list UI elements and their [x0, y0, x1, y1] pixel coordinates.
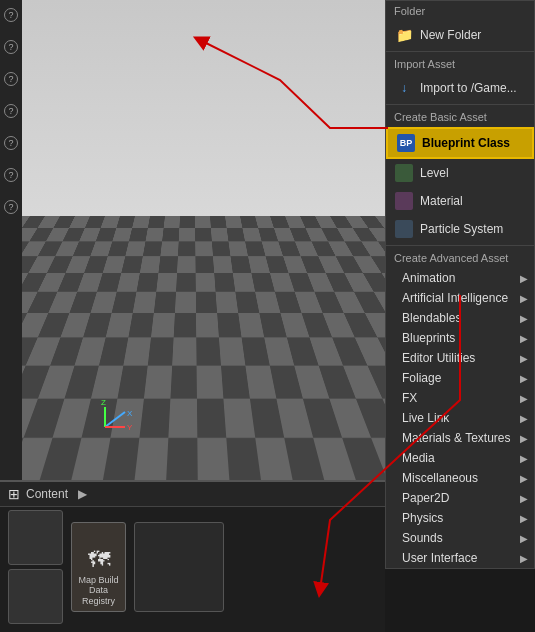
media-label: Media — [402, 451, 435, 465]
menu-item-new-folder[interactable]: 📁 New Folder — [386, 21, 534, 49]
menu-item-paper2d[interactable]: Paper2D ▶ — [386, 488, 534, 508]
viewport-gizmo: X Z Y — [90, 397, 140, 440]
menu-item-import[interactable]: ↓ Import to /Game... — [386, 74, 534, 102]
sidebar-icon-7[interactable]: ? — [4, 200, 18, 214]
ai-label: Artificial Intelligence — [402, 291, 508, 305]
divider-3 — [386, 245, 534, 246]
thumb-column — [8, 510, 63, 624]
checkerboard-floor — [0, 216, 385, 480]
level-icon — [394, 163, 414, 183]
content-browser: ⊞ Content ▶ 🗺 Map BuildDataRegistry — [0, 480, 385, 632]
section-label-import: Import Asset — [386, 54, 534, 74]
editor-utilities-label: Editor Utilities — [402, 351, 475, 365]
user-interface-label: User Interface — [402, 551, 477, 565]
arrow-icon-paper2d: ▶ — [520, 493, 528, 504]
arrow-icon-misc: ▶ — [520, 473, 528, 484]
section-label-folder: Folder — [386, 1, 534, 21]
blueprints-label: Blueprints — [402, 331, 455, 345]
content-thumb-2[interactable] — [8, 569, 63, 624]
content-icon: ⊞ — [8, 486, 20, 502]
divider-2 — [386, 104, 534, 105]
arrow-icon-fx: ▶ — [520, 393, 528, 404]
menu-item-material[interactable]: Material — [386, 187, 534, 215]
arrow-icon-sounds: ▶ — [520, 533, 528, 544]
menu-item-ai[interactable]: Artificial Intelligence ▶ — [386, 288, 534, 308]
content-label: Content — [26, 487, 68, 501]
sidebar-icon-2[interactable]: ? — [4, 40, 18, 54]
material-icon — [394, 191, 414, 211]
arrow-icon-livelink: ▶ — [520, 413, 528, 424]
content-body: 🗺 Map BuildDataRegistry — [0, 507, 385, 627]
menu-item-animation[interactable]: Animation ▶ — [386, 268, 534, 288]
viewport-sky — [0, 0, 385, 216]
menu-item-editor-utilities[interactable]: Editor Utilities ▶ — [386, 348, 534, 368]
section-label-advanced: Create Advanced Asset — [386, 248, 534, 268]
menu-item-particle[interactable]: Particle System — [386, 215, 534, 243]
arrow-icon-ui: ▶ — [520, 553, 528, 564]
sidebar-icon-1[interactable]: ? — [4, 8, 18, 22]
live-link-label: Live Link — [402, 411, 449, 425]
svg-text:X: X — [127, 409, 133, 418]
svg-line-0 — [105, 412, 125, 427]
menu-item-blendables[interactable]: Blendables ▶ — [386, 308, 534, 328]
content-thumb-1[interactable] — [8, 510, 63, 565]
arrow-icon-blueprints: ▶ — [520, 333, 528, 344]
arrow-icon-physics: ▶ — [520, 513, 528, 524]
map-thumb-label: Map BuildDataRegistry — [78, 575, 118, 607]
level-label: Level — [420, 166, 526, 180]
sidebar-icon-4[interactable]: ? — [4, 104, 18, 118]
arrow-icon-ai: ▶ — [520, 293, 528, 304]
left-sidebar: ? ? ? ? ? ? ? — [0, 0, 22, 480]
menu-item-media[interactable]: Media ▶ — [386, 448, 534, 468]
foliage-label: Foliage — [402, 371, 441, 385]
menu-item-blueprint-class[interactable]: BP Blueprint Class — [386, 127, 534, 159]
animation-label: Animation — [402, 271, 455, 285]
menu-item-materials-textures[interactable]: Materials & Textures ▶ — [386, 428, 534, 448]
menu-item-fx[interactable]: FX ▶ — [386, 388, 534, 408]
svg-text:Z: Z — [101, 398, 106, 407]
content-expand-arrow[interactable]: ▶ — [78, 487, 87, 501]
menu-item-level[interactable]: Level — [386, 159, 534, 187]
viewport-floor — [0, 216, 385, 480]
menu-item-blueprints[interactable]: Blueprints ▶ — [386, 328, 534, 348]
arrow-icon-foliage: ▶ — [520, 373, 528, 384]
sidebar-icon-3[interactable]: ? — [4, 72, 18, 86]
section-label-basic: Create Basic Asset — [386, 107, 534, 127]
svg-text:Y: Y — [127, 423, 133, 432]
paper2d-label: Paper2D — [402, 491, 449, 505]
new-folder-label: New Folder — [420, 28, 526, 42]
physics-label: Physics — [402, 511, 443, 525]
menu-item-user-interface[interactable]: User Interface ▶ — [386, 548, 534, 568]
arrow-icon-media: ▶ — [520, 453, 528, 464]
material-label: Material — [420, 194, 526, 208]
content-browser-header: ⊞ Content ▶ — [0, 482, 385, 507]
context-menu: Folder 📁 New Folder Import Asset ↓ Impor… — [385, 0, 535, 569]
particle-label: Particle System — [420, 222, 526, 236]
blendables-label: Blendables — [402, 311, 461, 325]
map-thumb-icon: 🗺 — [88, 547, 110, 573]
menu-item-physics[interactable]: Physics ▶ — [386, 508, 534, 528]
particle-icon — [394, 219, 414, 239]
blueprint-label: Blueprint Class — [422, 136, 524, 150]
sidebar-icon-6[interactable]: ? — [4, 168, 18, 182]
menu-item-miscellaneous[interactable]: Miscellaneous ▶ — [386, 468, 534, 488]
arrow-icon-materials: ▶ — [520, 433, 528, 444]
arrow-icon-blendables: ▶ — [520, 313, 528, 324]
menu-item-foliage[interactable]: Foliage ▶ — [386, 368, 534, 388]
miscellaneous-label: Miscellaneous — [402, 471, 478, 485]
viewport: X Z Y — [0, 0, 385, 480]
import-icon: ↓ — [394, 78, 414, 98]
empty-thumb-large[interactable] — [134, 522, 224, 612]
sounds-label: Sounds — [402, 531, 443, 545]
arrow-icon-editor: ▶ — [520, 353, 528, 364]
menu-item-live-link[interactable]: Live Link ▶ — [386, 408, 534, 428]
sidebar-icon-5[interactable]: ? — [4, 136, 18, 150]
map-build-data-registry-thumb[interactable]: 🗺 Map BuildDataRegistry — [71, 522, 126, 612]
arrow-icon-animation: ▶ — [520, 273, 528, 284]
fx-label: FX — [402, 391, 417, 405]
divider-1 — [386, 51, 534, 52]
blueprint-icon: BP — [396, 133, 416, 153]
folder-icon: 📁 — [394, 25, 414, 45]
menu-item-sounds[interactable]: Sounds ▶ — [386, 528, 534, 548]
import-label: Import to /Game... — [420, 81, 526, 95]
